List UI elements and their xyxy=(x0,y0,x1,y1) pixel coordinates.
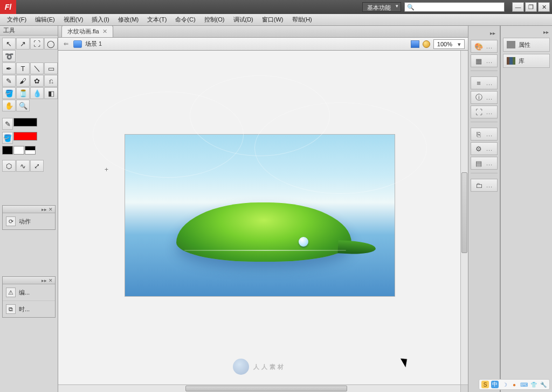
project-panel-button[interactable]: 🗀... xyxy=(471,179,498,192)
watermark: 人人素材 xyxy=(233,359,286,375)
color-panel-button[interactable]: 🎨... xyxy=(471,40,498,53)
transform-panel-button[interactable]: ⛶... xyxy=(471,106,498,118)
stage-canvas[interactable] xyxy=(125,135,395,296)
line-tool-icon[interactable]: ＼ xyxy=(30,62,44,74)
menu-modify[interactable]: 修改(M) xyxy=(114,14,143,25)
search-box[interactable]: 🔍 xyxy=(404,2,505,12)
paint-bucket-tool-icon[interactable]: 🪣 xyxy=(2,87,16,99)
properties-panel-button[interactable]: 属性 xyxy=(503,38,550,52)
ime-lang-icon[interactable]: 中 xyxy=(491,381,499,388)
menu-control[interactable]: 控制(O) xyxy=(201,14,229,25)
menu-help[interactable]: 帮助(H) xyxy=(288,14,316,25)
timeline-label: 时... xyxy=(19,305,30,313)
stroke-color-icon[interactable]: ✎ xyxy=(2,118,13,130)
menu-text[interactable]: 文本(T) xyxy=(143,14,170,25)
window-minimize-button[interactable]: — xyxy=(512,2,524,12)
horizontal-scrollbar[interactable] xyxy=(58,384,460,392)
close-tab-icon[interactable]: ✕ xyxy=(102,28,107,35)
mini-panel-menu-icon[interactable]: ▸▸ ✕ xyxy=(3,277,55,284)
free-transform-tool-icon[interactable]: ⛶ xyxy=(30,38,44,50)
menu-view[interactable]: 视图(V) xyxy=(60,14,87,25)
main-row: 工具 ↖ ↗ ⛶ ◯ ➰ ✒ T ＼ ▭ ✎ 🖌 ✿ ⎌ 🪣 🫙 💧 ◧ ✋ 🔍 xyxy=(0,26,552,392)
eraser-tool-icon[interactable]: ◧ xyxy=(44,87,58,99)
scene-icon xyxy=(73,40,82,48)
menu-window[interactable]: 窗口(W) xyxy=(258,14,287,25)
stroke-color-swatch[interactable] xyxy=(13,118,37,127)
dot-icon[interactable]: ● xyxy=(510,381,518,388)
brush-tool-icon[interactable]: 🖌 xyxy=(16,75,30,87)
menu-debug[interactable]: 调试(D) xyxy=(230,14,257,25)
rectangle-tool-icon[interactable]: ▭ xyxy=(44,62,58,74)
motion-icon: ▤ xyxy=(474,159,483,167)
document-area: 水纹动画.fla ✕ ⇐ 场景 1 100% xyxy=(58,26,468,392)
deco-tool-icon[interactable]: ✿ xyxy=(30,75,44,87)
dock-collapse-icon[interactable]: ▸▸ xyxy=(471,29,498,37)
edit-symbols-icon[interactable] xyxy=(423,40,430,48)
right-panel-group: ▸▸ 属性 库 xyxy=(500,26,552,392)
pen-tool-icon[interactable]: ✒ xyxy=(2,62,16,74)
black-white-swap-icon[interactable] xyxy=(2,146,13,155)
panel-collapse-icon[interactable]: ▸▸ xyxy=(501,28,552,36)
project-icon: 🗀 xyxy=(474,181,483,190)
menu-insert[interactable]: 插入(I) xyxy=(88,14,113,25)
moon-icon[interactable]: ☽ xyxy=(501,381,508,388)
compiler-errors-icon[interactable]: ⚠ xyxy=(6,288,16,297)
wrench-icon[interactable]: 🔧 xyxy=(540,381,547,388)
window-restore-button[interactable]: ❐ xyxy=(525,2,537,12)
bone-tool-icon[interactable]: ⎌ xyxy=(44,75,58,87)
keyboard-icon[interactable]: ⌨ xyxy=(520,381,528,388)
pencil-tool-icon[interactable]: ✎ xyxy=(2,75,16,87)
zoom-select[interactable]: 100% xyxy=(433,39,465,49)
actions-icon[interactable]: ⟳ xyxy=(6,216,16,226)
menu-commands[interactable]: 命令(C) xyxy=(171,14,199,25)
info-panel-button[interactable]: ⓘ... xyxy=(471,91,498,104)
actions-mini-panel: ▸▸ ✕ ⟳ 动作 xyxy=(2,205,56,230)
eyedropper-tool-icon[interactable]: 💧 xyxy=(30,87,44,99)
components-panel-button[interactable]: ⚙... xyxy=(471,142,498,155)
mini-panel-menu-icon[interactable]: ▸▸ ✕ xyxy=(3,206,55,213)
scrollbar-thumb[interactable] xyxy=(461,172,467,253)
fill-color-swatch[interactable] xyxy=(13,132,37,141)
app-header: Fl 基本功能 🔍 — ❐ ✕ xyxy=(0,0,552,14)
workspace-switcher[interactable]: 基本功能 xyxy=(362,2,401,12)
menu-edit[interactable]: 编辑(E) xyxy=(31,14,59,25)
fill-color-icon[interactable]: 🪣 xyxy=(2,132,13,144)
stage[interactable]: 人人素材 xyxy=(58,51,460,384)
window-close-button[interactable]: ✕ xyxy=(538,2,550,12)
subselection-tool-icon[interactable]: ↗ xyxy=(16,38,30,50)
document-tabs: 水纹动画.fla ✕ xyxy=(58,26,468,38)
app-logo: Fl xyxy=(0,0,16,14)
3d-rotation-tool-icon[interactable]: ◯ xyxy=(44,38,58,50)
swatches-panel-button[interactable]: ▦... xyxy=(471,54,498,67)
swap-colors-icon[interactable] xyxy=(25,146,36,155)
lasso-tool-icon[interactable]: ➰ xyxy=(2,50,16,62)
text-tool-icon[interactable]: T xyxy=(16,62,30,74)
swatches-icon: ▦ xyxy=(474,57,483,65)
timeline-icon[interactable]: ⧉ xyxy=(6,304,16,314)
selection-tool-icon[interactable]: ↖ xyxy=(2,38,16,50)
smooth-icon[interactable]: ∿ xyxy=(16,160,30,172)
scrollbar-thumb[interactable] xyxy=(185,386,347,391)
library-panel-button[interactable]: 库 xyxy=(503,54,550,68)
hand-tool-icon[interactable]: ✋ xyxy=(2,100,16,111)
snap-to-objects-icon[interactable]: ⬡ xyxy=(2,160,16,172)
back-arrow-icon[interactable]: ⇐ xyxy=(61,40,70,48)
vertical-scrollbar[interactable] xyxy=(460,51,468,384)
search-input[interactable] xyxy=(416,3,502,11)
stage-wrapper: 人人素材 xyxy=(58,51,468,392)
no-color-icon[interactable] xyxy=(13,146,24,155)
actions-label: 动作 xyxy=(19,218,31,226)
code-snippets-button[interactable]: ⎘... xyxy=(471,128,498,141)
zoom-tool-icon[interactable]: 🔍 xyxy=(16,100,30,111)
menu-file[interactable]: 文件(F) xyxy=(3,14,30,25)
ime-icon[interactable]: S xyxy=(481,381,489,388)
ink-bottle-tool-icon[interactable]: 🫙 xyxy=(16,87,30,99)
shirt-icon[interactable]: 👕 xyxy=(530,381,537,388)
motion-presets-button[interactable]: ▤... xyxy=(471,157,498,170)
align-panel-button[interactable]: ≡... xyxy=(471,76,498,89)
straighten-icon[interactable]: ⤢ xyxy=(30,160,44,172)
document-tab[interactable]: 水纹动画.fla ✕ xyxy=(61,25,113,37)
edit-scene-icon[interactable] xyxy=(411,40,419,48)
menu-bar: 文件(F) 编辑(E) 视图(V) 插入(I) 修改(M) 文本(T) 命令(C… xyxy=(0,14,552,26)
scene-name[interactable]: 场景 1 xyxy=(85,40,102,48)
